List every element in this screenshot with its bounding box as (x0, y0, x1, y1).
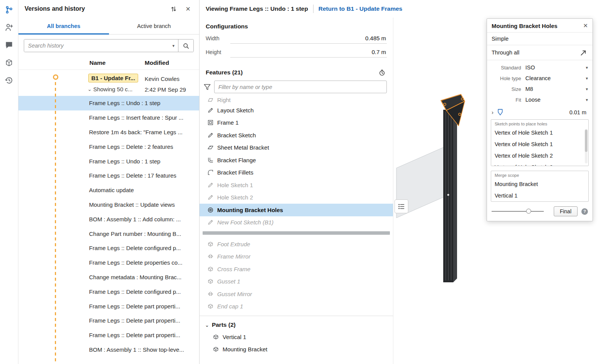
merge-scope-item[interactable]: Mounting Bracket (495, 178, 585, 190)
history-row[interactable]: Frame Legs :: Delete part properti... (18, 299, 199, 313)
part-item[interactable]: Vertical 1 (200, 331, 393, 343)
return-to-version-link[interactable]: Return to B1 - Update Frames (319, 5, 403, 12)
hole-param-dropdown[interactable]: StandardISO▾ (487, 62, 593, 73)
tab-active-branch[interactable]: Active branch (109, 18, 200, 34)
parts-header[interactable]: ⌄Parts (2) (200, 319, 393, 331)
search-icon[interactable] (178, 40, 193, 52)
slider-track[interactable] (492, 211, 544, 212)
feature-item[interactable]: Hole Sketch 1 (200, 179, 393, 191)
preview-slider[interactable] (492, 209, 544, 214)
feature-list-toggle-button[interactable] (394, 199, 408, 213)
tab-all-branches[interactable]: All branches (18, 18, 109, 34)
feature-item[interactable]: Bracket Fillets (200, 166, 393, 179)
feature-item[interactable]: End cap 1 (200, 300, 393, 313)
feature-label: Layout Sketch (217, 107, 254, 114)
history-row[interactable]: Frame Legs :: Delete configured p... (18, 241, 199, 255)
feature-item[interactable]: Layout Sketch (200, 104, 393, 117)
feature-item[interactable]: Gusset Mirror (200, 288, 393, 300)
history-row[interactable]: Frame Legs :: Delete part properti... (18, 313, 199, 328)
feature-item[interactable]: Bracket Sketch (200, 129, 393, 142)
close-icon[interactable]: ✕ (583, 22, 588, 29)
history-row[interactable]: BOM : Assembly 1 :: Show top-leve... (18, 343, 199, 357)
sidebar-versions-icon[interactable] (3, 4, 15, 15)
caret-down-icon: ▾ (586, 97, 588, 102)
hole-param-dropdown[interactable]: SizeM8▾ (487, 84, 593, 94)
feature-item[interactable]: Gusset 1 (200, 275, 393, 288)
close-icon[interactable]: ✕ (183, 4, 193, 14)
hole-param-dropdown[interactable]: FitLoose▾ (487, 94, 593, 105)
end-condition-dropdown[interactable]: Through all (487, 45, 593, 60)
config-value-field[interactable]: 0.7 m (230, 49, 387, 58)
merge-scope-item[interactable]: Vertical 1 (495, 190, 585, 201)
history-row[interactable]: Frame Legs :: Delete : 2 features (18, 139, 199, 154)
showing-expander[interactable]: ⌄Showing 50 c... (87, 86, 132, 92)
current-version-chip[interactable]: B1 - Update Fr... (88, 74, 138, 82)
feature-item[interactable]: Foot Extrude (200, 238, 393, 250)
history-row[interactable]: Frame Legs :: Undo : 1 step (18, 96, 199, 110)
chevron-right-icon[interactable]: › (492, 109, 494, 115)
param-label: Standard (487, 65, 525, 71)
feature-item[interactable]: Sheet Metal Bracket (200, 142, 393, 154)
history-row[interactable]: Mounting Bracket :: Update views (18, 198, 199, 212)
search-history-input[interactable] (24, 40, 169, 52)
feature-filter-input[interactable] (214, 81, 387, 93)
timeline-version-node-icon[interactable] (53, 74, 58, 80)
hole-style-dropdown[interactable]: Simple (487, 32, 593, 45)
rollback-bar[interactable] (203, 231, 390, 235)
versions-history-panel: Versions and history ✕ All branches Acti… (18, 0, 200, 364)
sidebar-share-user-icon[interactable] (3, 21, 15, 33)
feature-item[interactable]: New Foot Sketch (B1) (200, 216, 393, 229)
feature-item[interactable]: Frame Mirror (200, 250, 393, 263)
history-row[interactable]: Restore 1m 4s back: "Frame Legs ... (18, 125, 199, 140)
viewing-title: Viewing Frame Legs :: Undo : 1 step (206, 5, 308, 12)
feature-item[interactable]: Cross Frame (200, 263, 393, 275)
merge-scope-box[interactable]: Merge scope Mounting BracketVertical 1 (491, 171, 589, 202)
feature-history-stopwatch-icon[interactable] (377, 68, 387, 77)
feature-item[interactable]: Right (200, 95, 393, 104)
history-row[interactable]: Frame Legs :: Delete properties co... (18, 255, 199, 270)
feature-label: Gusset 1 (217, 278, 240, 285)
feature-item[interactable]: Frame 1 (200, 117, 393, 129)
part-label: Mounting Bracket (223, 346, 267, 352)
history-row[interactable]: Change Part number : Mounting B... (18, 226, 199, 241)
history-row[interactable]: Frame Legs :: Delete : 17 features (18, 168, 199, 183)
sketch-point-item[interactable]: Vertex of Hole Sketch 2 (495, 150, 585, 161)
history-row[interactable]: Frame Legs :: Delete configured p... (18, 284, 199, 299)
sketch-point-item[interactable]: Vertex of Hole Sketch 1 (495, 127, 585, 138)
history-row[interactable]: Automatic update (18, 183, 199, 198)
param-value: Clearance (525, 75, 586, 81)
flip-direction-icon[interactable] (579, 48, 588, 57)
feature-item[interactable]: Hole Sketch 2 (200, 191, 393, 204)
sketch-icon (207, 132, 214, 138)
final-button[interactable]: Final (554, 206, 578, 216)
sidebar-comment-icon[interactable] (3, 39, 15, 51)
slider-thumb[interactable] (526, 209, 531, 214)
history-row[interactable]: Frame Legs :: Undo : 1 step (18, 154, 199, 168)
sidebar-help-cube-icon[interactable] (3, 57, 15, 68)
history-row[interactable]: Frame Legs :: Delete part properti... (18, 328, 199, 343)
fillet-icon (207, 169, 214, 176)
showing-label: Showing 50 c... (93, 86, 133, 92)
hole-param-dropdown[interactable]: Hole typeClearance▾ (487, 73, 593, 84)
history-row[interactable]: BOM : Assembly 1 :: Add column: ... (18, 212, 199, 226)
search-dropdown-caret-icon[interactable]: ▾ (169, 40, 178, 52)
sketch-points-box[interactable]: Sketch points to place holes Vertex of H… (491, 119, 589, 166)
sidebar-history-icon[interactable] (3, 74, 15, 86)
sketch-point-item[interactable]: Vertex of Hole Sketch 2 (495, 161, 585, 166)
feature-item[interactable]: Bracket Flange (200, 154, 393, 166)
compare-versions-icon[interactable] (168, 4, 178, 14)
history-row[interactable]: Frame Legs :: Insert feature : Spur ... (18, 110, 199, 125)
help-icon[interactable]: ? (581, 208, 588, 215)
depth-value-field[interactable]: 0.01 m (507, 109, 588, 115)
param-label: Fit (487, 97, 525, 103)
part-item[interactable]: Mounting Bracket (200, 343, 393, 355)
feature-label: Right (217, 97, 231, 103)
scrollbar[interactable] (585, 129, 588, 163)
hole-icon (207, 207, 214, 213)
config-value-field[interactable]: 0.485 m (230, 35, 387, 44)
config-label: Height (206, 49, 230, 58)
feature-label: End cap 1 (217, 303, 243, 310)
feature-item[interactable]: Mounting Bracket Holes (200, 204, 393, 216)
sketch-point-item[interactable]: Vertex of Hole Sketch 1 (495, 138, 585, 150)
history-row[interactable]: Change metadata : Mounting Brac... (18, 270, 199, 285)
